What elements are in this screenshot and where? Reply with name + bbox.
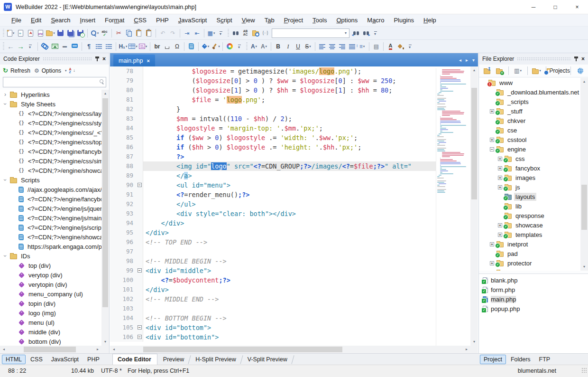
refresh-button[interactable]: Refresh xyxy=(10,67,30,74)
tab-ftp[interactable]: FTP xyxy=(535,355,554,364)
code-line[interactable]: 78 $logosize = getimagesize('images/logo… xyxy=(110,66,436,76)
close-panel-icon[interactable]: × xyxy=(102,56,106,62)
expander-icon[interactable]: + xyxy=(490,109,494,113)
code-explorer-item[interactable]: {}<?=CDN;?>/engine/fancybo xyxy=(0,147,101,156)
file-explorer-folder[interactable]: +_stuff xyxy=(479,106,580,116)
menu-css[interactable]: CSS xyxy=(129,15,151,25)
code-line[interactable]: 100 <?=$bodycontent;?> xyxy=(110,275,436,285)
quick-search-button[interactable]: ▾ xyxy=(90,28,100,38)
font-face-button[interactable]: A▾ xyxy=(259,41,269,52)
dropdown-icon[interactable]: ▾ xyxy=(342,31,349,35)
font-color-button[interactable]: A xyxy=(386,41,395,52)
scroll-left-icon[interactable]: ◂ xyxy=(110,346,118,353)
undo-button[interactable]: ↶ xyxy=(158,28,168,38)
code-lines[interactable]: 78 $logosize = getimagesize('images/logo… xyxy=(110,66,436,346)
code-explorer-item[interactable]: ›IDs xyxy=(0,251,101,261)
sort-az-icon[interactable]: ↓ xyxy=(69,67,76,74)
open-file-button[interactable]: ▾ xyxy=(46,28,55,38)
folder-up-button[interactable] xyxy=(482,66,492,76)
file-list-item[interactable]: main.php xyxy=(479,294,588,304)
projects-button[interactable]: Projects xyxy=(551,66,567,76)
folder-menu-button[interactable]: ▾ xyxy=(532,66,542,76)
code-explorer-item[interactable]: {}<?=CDN;?>/engine/showca xyxy=(0,166,101,175)
insert-heading-button[interactable]: H₁▾ xyxy=(118,41,128,52)
insert-tag-button[interactable]: ▾ xyxy=(201,41,211,52)
chevron-icon[interactable]: › xyxy=(3,91,8,98)
menu-insert[interactable]: Insert xyxy=(75,15,101,25)
code-explorer-item[interactable]: topin (div) xyxy=(0,299,101,308)
save-all-button[interactable] xyxy=(65,28,75,38)
minimap[interactable] xyxy=(436,68,470,346)
menu-tools[interactable]: Tools xyxy=(308,15,331,25)
code-line[interactable]: 87 ?> xyxy=(110,152,436,161)
code-line[interactable]: 86 if ($hh > 0) $logostyle .= 'height: '… xyxy=(110,142,436,152)
expander-icon[interactable]: + xyxy=(490,261,494,265)
align-left-button[interactable] xyxy=(317,41,327,52)
code-line[interactable]: 92 </ul> xyxy=(110,199,436,209)
code-explorer-item[interactable]: menu_company (ul) xyxy=(0,289,101,299)
file-explorer-folder[interactable]: +templates xyxy=(479,230,580,239)
code-explorer-item[interactable]: <?=CDN;?>/engine/js/jquery xyxy=(0,204,101,213)
scroll-left-icon[interactable]: ◂ xyxy=(0,346,8,353)
view-mode-button[interactable]: ▥▾ xyxy=(513,66,523,76)
code-explorer-item[interactable]: menu (ul) xyxy=(0,318,101,327)
code-line[interactable]: 80 ($logosize[1] > 0 ) ? $hh = $logosize… xyxy=(110,85,436,95)
format-overflow-button[interactable] xyxy=(405,41,415,52)
file-list-item[interactable]: blank.php xyxy=(479,275,588,285)
fold-toggle-icon[interactable]: − xyxy=(138,268,142,273)
file-list-item[interactable]: popup.php xyxy=(479,304,588,313)
code-line[interactable]: 106−<div id="bottomin"> xyxy=(110,332,436,342)
scroll-up-icon[interactable]: ▴ xyxy=(101,90,109,97)
code-explorer-item[interactable]: top (div) xyxy=(0,261,101,270)
code-line[interactable]: 84 $logostyle = 'margin-top: '.$mm.'px;'… xyxy=(110,123,436,133)
code-explorer-item[interactable]: verytopin (div) xyxy=(0,280,101,289)
find-in-files-button[interactable] xyxy=(250,28,260,38)
tab-preview[interactable]: Preview xyxy=(158,354,190,365)
code-explorer-search-input[interactable] xyxy=(3,77,106,87)
insert-image-button[interactable] xyxy=(50,41,60,52)
code-line[interactable]: 97 xyxy=(110,247,436,256)
copy-button[interactable] xyxy=(124,28,134,38)
new-php-document-button[interactable] xyxy=(36,28,46,38)
scroll-up-icon[interactable]: ▴ xyxy=(470,66,478,74)
find-overflow-button[interactable] xyxy=(371,28,381,38)
menu-javascript[interactable]: JavaScript xyxy=(174,15,212,25)
file-explorer-folder[interactable]: +scrfactory xyxy=(479,268,580,271)
tab-folders[interactable]: Folders xyxy=(507,355,534,364)
menu-search[interactable]: Search xyxy=(46,15,75,25)
code-line[interactable]: 88 <img id="logo" src="<?=CDN_GROUP;?>/i… xyxy=(110,161,436,171)
code-line[interactable]: 94 </div> xyxy=(110,218,436,228)
font-size-button[interactable]: A▾ xyxy=(249,41,259,52)
expander-icon[interactable]: + xyxy=(490,138,494,142)
nav-overflow-button[interactable] xyxy=(26,41,36,52)
scroll-down-icon[interactable]: ▾ xyxy=(101,338,109,346)
toolbar-overflow-button[interactable] xyxy=(216,28,226,38)
pin-icon[interactable] xyxy=(95,56,100,62)
menu-format[interactable]: Format xyxy=(100,15,129,25)
file-explorer-folder[interactable]: −engine xyxy=(479,144,580,154)
menu-file[interactable]: File xyxy=(7,15,26,25)
scroll-thumb[interactable] xyxy=(102,98,108,307)
expander-icon[interactable]: + xyxy=(498,166,502,170)
file-explorer-folder[interactable]: www xyxy=(479,78,580,87)
code-explorer-item[interactable]: https://spark.engaga.com/p xyxy=(0,242,101,251)
menu-tab[interactable]: Tab xyxy=(260,15,279,25)
code-explorer-item[interactable]: middle (div) xyxy=(0,327,101,337)
insert-script-button[interactable] xyxy=(186,41,196,52)
editor-vscrollbar[interactable]: ▴ ▾ xyxy=(470,66,478,346)
menu-project[interactable]: Project xyxy=(279,15,308,25)
file-explorer-folder[interactable]: +css xyxy=(479,154,580,163)
scroll-thumb[interactable] xyxy=(471,88,477,199)
tab-main-php[interactable]: main.php × xyxy=(113,55,155,66)
file-explorer-folder[interactable]: +csstool xyxy=(479,135,580,144)
menu-edit[interactable]: Edit xyxy=(26,15,46,25)
chevron-icon[interactable]: › xyxy=(2,254,9,258)
insert-unordered-list-button[interactable] xyxy=(94,41,104,52)
insert-comment-button[interactable] xyxy=(70,41,80,52)
menu-macro[interactable]: Macro xyxy=(362,15,389,25)
maximize-button[interactable]: □ xyxy=(544,0,566,14)
code-editor[interactable]: 78 $logosize = getimagesize('images/logo… xyxy=(110,66,478,346)
code-line[interactable]: 90− <ul id="menu"> xyxy=(110,180,436,190)
menu-options[interactable]: Options xyxy=(331,15,362,25)
code-explorer-item[interactable]: {}<?=CDN;?>/engine/css/style xyxy=(0,118,101,128)
